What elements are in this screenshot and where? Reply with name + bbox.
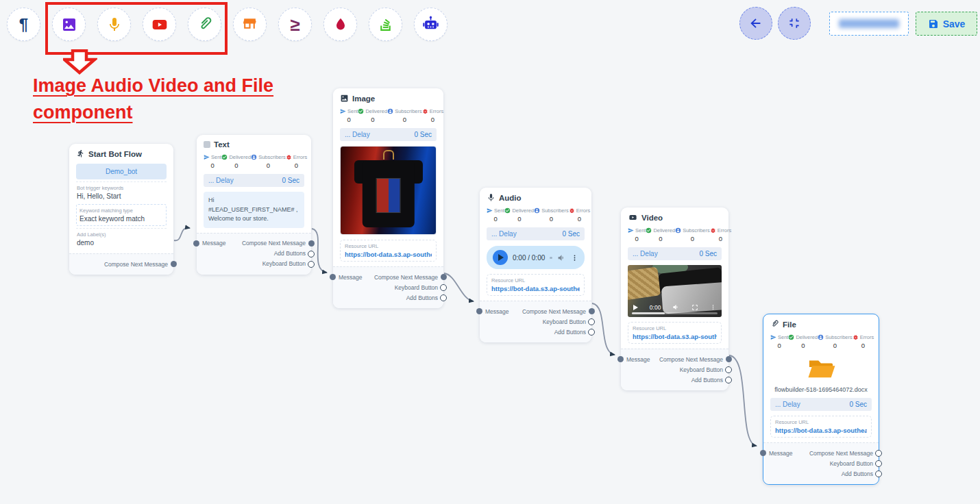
toolbar-bot-ai-component[interactable] [414, 8, 448, 41]
storefront-icon [241, 16, 258, 33]
field-keyword-matching-type[interactable]: Keyword matching type Exact keyword matc… [76, 204, 167, 226]
kebab-menu-icon[interactable] [571, 253, 578, 262]
delivered-icon [788, 334, 794, 340]
audio-player[interactable]: 0:00 / 0:00 [487, 246, 585, 269]
resource-url-link[interactable]: https://bot-data.s3.ap-southeast-1.wasab… [775, 427, 867, 434]
video-progress[interactable] [632, 312, 718, 314]
output-port-compose[interactable] [726, 356, 732, 362]
output-port-add-buttons[interactable] [588, 329, 595, 336]
play-button[interactable] [493, 250, 508, 265]
input-port-message[interactable] [617, 356, 624, 362]
input-label-message: Message [626, 356, 650, 363]
stat-delivered: Delivered0 [504, 207, 534, 223]
node-start-bot-flow[interactable]: Start Bot Flow Demo_bot Bot trigger keyw… [69, 144, 173, 275]
bot-select[interactable]: Demo_bot [76, 164, 167, 179]
delay-setting[interactable]: ... Delay0 Sec [340, 128, 437, 141]
input-port-message[interactable] [476, 308, 482, 314]
node-audio[interactable]: Audio Sent0 Delivered0 Subscribers0 Erro… [480, 188, 591, 342]
sent-icon [340, 108, 346, 114]
output-label-compose: Compose Next Message [374, 274, 438, 281]
output-port-compose[interactable] [441, 274, 447, 280]
field-label: Add Label(s) [77, 231, 166, 238]
stats-row: Sent0 Delivered0 Subscribers0 Errors0 [770, 334, 872, 349]
stat-errors: Errors0 [710, 227, 731, 242]
node-image[interactable]: Image Sent0 Delivered0 Subscribers0 Erro… [333, 88, 443, 308]
input-port-message[interactable] [193, 240, 199, 247]
delay-setting[interactable]: ... Delay0 Sec [487, 227, 585, 240]
fit-view-button[interactable] [778, 7, 811, 40]
resource-url-link[interactable]: https://bot-data.s3.ap-southeast-1.wasab… [345, 251, 432, 258]
output-port-keyboard[interactable] [588, 318, 595, 325]
delay-setting[interactable]: ... Delay0 Sec [204, 174, 304, 187]
image-preview[interactable] [340, 146, 437, 235]
output-port-add-buttons[interactable] [440, 294, 447, 301]
output-port-compose[interactable] [875, 450, 882, 457]
blurred-action-button[interactable] [829, 12, 909, 36]
node-footer: Message Compose Next Message Keyboard Bu… [763, 442, 879, 484]
subscribers-icon [534, 207, 540, 214]
input-port-message[interactable] [760, 450, 766, 456]
subscribers-icon [251, 154, 257, 160]
delay-setting[interactable]: ... Delay0 Sec [770, 398, 872, 411]
kebab-menu-icon[interactable] [710, 303, 716, 311]
stats-row: Sent0 Delivered0 Subscribers0 Errors0 [340, 108, 437, 123]
toolbar-condition-component[interactable]: ≥ [278, 8, 312, 41]
audio-progress[interactable] [550, 257, 552, 259]
output-port-add-buttons[interactable] [875, 470, 882, 477]
output-port-add-buttons[interactable] [725, 377, 732, 383]
input-label-message: Message [202, 240, 226, 247]
delivered-icon [358, 108, 364, 114]
field-value: Hi, Hello, Start [77, 192, 166, 200]
stat-delivered: Delivered0 [788, 334, 818, 349]
person-walking-icon [76, 149, 85, 158]
annotation-down-arrow-icon [63, 49, 97, 75]
resource-url-link[interactable]: https://bot-data.s3.ap-southeast-1.wasab… [491, 285, 580, 292]
subscribers-icon [818, 334, 824, 340]
node-video[interactable]: Video Sent0 Delivered0 Subscribers0 Erro… [621, 207, 728, 390]
output-label-keyboard: Keyboard Button [395, 284, 438, 291]
output-port-keyboard[interactable] [875, 460, 882, 467]
speaker-icon[interactable] [557, 253, 566, 262]
output-port-keyboard[interactable] [440, 284, 447, 291]
field-label: Bot trigger keywords [77, 185, 166, 191]
input-label-message: Message [485, 308, 509, 315]
errors-icon [710, 227, 716, 234]
input-port-message[interactable] [330, 274, 336, 280]
output-port-compose[interactable] [308, 240, 315, 247]
toolbar-drip-component[interactable] [323, 8, 357, 41]
message-text[interactable]: Hi #LEAD_USER_FIRST_NAME# , Welcome to o… [204, 192, 304, 228]
output-port-keyboard[interactable] [725, 366, 732, 373]
output-port-keyboard[interactable] [308, 261, 315, 268]
node-title-row: Video [628, 213, 722, 222]
output-port-add-buttons[interactable] [308, 251, 315, 257]
toolbar-text-component[interactable]: ¶ [7, 8, 40, 41]
output-port-compose[interactable] [171, 261, 177, 267]
toolbar-ecommerce-component[interactable] [233, 8, 267, 41]
field-add-labels[interactable]: Add Label(s) demo [76, 228, 167, 249]
stat-subscribers: Subscribers0 [675, 227, 710, 242]
output-label-add-buttons: Add Buttons [406, 294, 438, 301]
save-button[interactable]: Save [916, 12, 977, 36]
resource-url-link[interactable]: https://bot-data.s3.ap-southeast-1.wasab… [633, 333, 717, 340]
back-button[interactable] [739, 7, 772, 40]
stat-sent: Sent0 [340, 108, 358, 123]
video-player[interactable]: 0:00 [628, 265, 722, 317]
toolbar-sequence-component[interactable] [369, 8, 402, 41]
field-label: Keyword matching type [79, 207, 163, 214]
stats-row: Sent0 Delivered0 Subscribers0 Errors0 [628, 227, 722, 242]
delay-setting[interactable]: ... Delay0 Sec [628, 247, 722, 260]
stat-sent: Sent0 [487, 207, 504, 223]
stat-subscribers: Subscribers0 [818, 334, 853, 349]
speaker-icon[interactable] [672, 303, 680, 311]
errors-icon [853, 334, 859, 340]
fullscreen-icon[interactable] [691, 304, 698, 311]
play-icon[interactable] [633, 305, 638, 310]
wire-video-to-file [729, 355, 757, 446]
field-bot-trigger-keywords[interactable]: Bot trigger keywords Hi, Hello, Start [76, 181, 167, 202]
node-file[interactable]: File Sent0 Delivered0 Subscribers0 Error… [763, 314, 879, 485]
file-preview[interactable]: flowbuilder-518-1695464072.docx [770, 355, 872, 393]
output-port-compose[interactable] [589, 308, 595, 314]
node-text[interactable]: Text Sent0 Delivered0 Subscribers0 Error… [197, 135, 311, 275]
folder-icon [805, 355, 837, 381]
pilcrow-icon: ¶ [19, 16, 28, 33]
